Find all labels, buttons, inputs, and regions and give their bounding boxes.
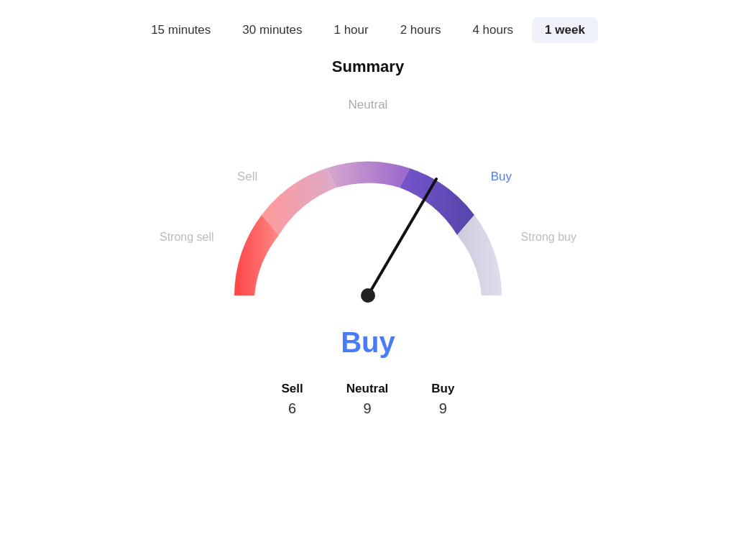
- arc-neutral: [326, 162, 410, 188]
- summary-title: Summary: [332, 58, 404, 76]
- stat-sell-value: 6: [288, 400, 296, 417]
- stat-buy-value: 9: [439, 400, 447, 417]
- stat-sell-label: Sell: [282, 382, 303, 396]
- stats-row: Sell 6 Neutral 9 Buy 9: [282, 382, 455, 417]
- gauge-svg: [152, 91, 584, 321]
- stat-buy: Buy 9: [431, 382, 454, 417]
- tab-1hour[interactable]: 1 hour: [321, 17, 381, 43]
- tab-2hours[interactable]: 2 hours: [387, 17, 454, 43]
- stat-buy-label: Buy: [431, 382, 454, 396]
- gauge-pivot: [361, 288, 375, 303]
- tab-15min[interactable]: 15 minutes: [138, 17, 224, 43]
- time-tabs: 15 minutes 30 minutes 1 hour 2 hours 4 h…: [0, 0, 736, 58]
- result-label: Buy: [341, 326, 395, 359]
- stat-neutral: Neutral 9: [346, 382, 389, 417]
- arc-sell: [262, 168, 336, 235]
- stat-neutral-value: 9: [363, 400, 371, 417]
- gauge-needle: [368, 179, 436, 295]
- stat-neutral-label: Neutral: [346, 382, 389, 396]
- gauge-container: Neutral Sell Buy Strong sell Strong buy: [152, 91, 584, 321]
- tab-4hours[interactable]: 4 hours: [459, 17, 526, 43]
- tab-1week[interactable]: 1 week: [532, 17, 598, 43]
- tab-30min[interactable]: 30 minutes: [229, 17, 315, 43]
- stat-sell: Sell 6: [282, 382, 303, 417]
